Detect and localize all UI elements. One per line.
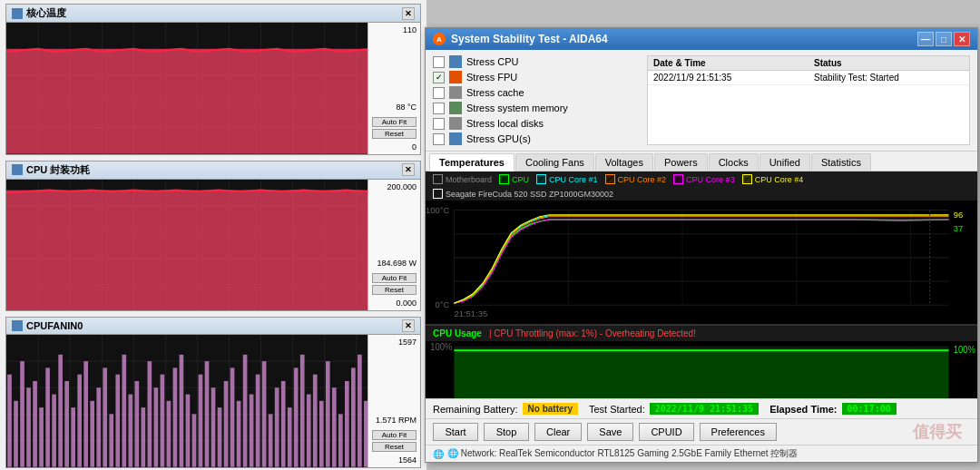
svg-rect-73 (109, 415, 113, 467)
svg-text:100%: 100% (954, 344, 975, 355)
stress-fpu-checkbox[interactable]: ✓ (433, 72, 445, 83)
stress-gpu-label: Stress GPU(s) (466, 133, 531, 144)
cpu-fan-close[interactable]: ✕ (402, 319, 415, 332)
cpu-power-reset[interactable]: Reset (372, 285, 416, 295)
legend-ssd-cb[interactable]: □ (433, 189, 443, 199)
core-temp-autofit[interactable]: Auto Fit (372, 117, 416, 127)
legend-core2-cb[interactable]: ✓ (605, 174, 615, 184)
svg-rect-60 (26, 388, 31, 467)
battery-label: Remaining Battery: (433, 404, 518, 415)
legend-core2-label: CPU Core #2 (618, 175, 667, 184)
usage-label: CPU Usage (433, 328, 482, 338)
tab-voltages[interactable]: Voltages (595, 153, 653, 171)
start-button[interactable]: Start (433, 423, 478, 441)
cpu-power-autofit[interactable]: Auto Fit (372, 273, 416, 283)
preferences-button[interactable]: Preferences (700, 423, 777, 441)
svg-rect-59 (20, 361, 24, 467)
svg-rect-111 (351, 368, 356, 467)
stress-log-row: 2022/11/9 21:51:35 Stability Test: Start… (648, 71, 969, 85)
cpu-fan-chart (6, 335, 420, 467)
aida-minimize-btn[interactable]: — (917, 32, 934, 46)
cpu-power-close[interactable]: ✕ (402, 163, 415, 176)
cpu-fan-autofit[interactable]: Auto Fit (372, 430, 416, 440)
svg-rect-100 (281, 381, 286, 467)
svg-rect-80 (154, 388, 159, 467)
stress-disk-checkbox[interactable] (433, 118, 445, 130)
svg-rect-93 (237, 401, 241, 467)
test-started-label: Test Started: (589, 404, 645, 415)
core-temp-reset[interactable]: Reset (372, 129, 416, 139)
aida-close-btn[interactable]: ✕ (954, 32, 970, 46)
stress-mem-label: Stress system memory (466, 103, 568, 113)
tab-temperatures[interactable]: Temperatures (429, 153, 514, 171)
tab-unified[interactable]: Unified (760, 153, 810, 171)
network-icon: 🌐 (433, 449, 444, 459)
tab-clocks[interactable]: Clocks (709, 153, 759, 171)
core-temp-close[interactable]: ✕ (402, 7, 415, 20)
core-temp-chart (6, 23, 420, 154)
svg-rect-68 (77, 375, 82, 467)
cpu-fan-window: CPUFANIN0 ✕ (5, 317, 421, 468)
aida-title: System Stability Test - AIDA64 (451, 33, 608, 45)
svg-rect-87 (199, 375, 203, 467)
stress-cache-icon (449, 86, 462, 99)
cpu-fan-value-mid: 1.571 RPM (372, 416, 416, 425)
test-started-item: Test Started: 2022/11/9 21:51:35 (589, 403, 759, 415)
stress-cpu-checkbox[interactable] (433, 56, 445, 68)
cpu-power-value-bottom: 0.000 (372, 299, 416, 308)
svg-rect-77 (134, 381, 139, 467)
stress-cache-label: Stress cache (466, 87, 524, 98)
tab-cooling-fans[interactable]: Cooling Fans (515, 153, 594, 171)
save-button[interactable]: Save (587, 423, 633, 441)
core-temp-titlebar: 核心温度 ✕ (6, 5, 420, 23)
legend-cpu: ✓ CPU (499, 174, 529, 184)
svg-rect-58 (14, 401, 18, 467)
svg-rect-61 (33, 381, 37, 467)
stress-cpu-icon (449, 55, 462, 68)
stop-button[interactable]: Stop (484, 423, 529, 441)
stress-cache-checkbox[interactable] (433, 87, 445, 99)
throttle-label: | CPU Throttling (max: 1%) - Overheating… (489, 328, 696, 338)
legend-motherboard-cb[interactable] (433, 174, 443, 184)
aida-app-icon: A (433, 33, 446, 45)
cpu-fan-value-bottom: 1564 (372, 455, 416, 465)
tabs-bar: Temperatures Cooling Fans Voltages Power… (426, 152, 977, 171)
tab-powers[interactable]: Powers (654, 153, 708, 171)
svg-rect-103 (300, 355, 305, 467)
legend-cpu-cb[interactable]: ✓ (499, 174, 509, 184)
stress-log-header: Date & Time Status (648, 56, 969, 71)
svg-rect-74 (115, 375, 120, 467)
clear-button[interactable]: Clear (534, 423, 582, 441)
svg-rect-17 (6, 49, 420, 154)
cpu-fan-reset[interactable]: Reset (372, 442, 416, 452)
cpuid-button[interactable]: CPUID (639, 423, 693, 441)
stress-gpu-checkbox[interactable] (433, 133, 445, 145)
svg-rect-82 (167, 401, 172, 467)
legend-core1-cb[interactable]: ✓ (536, 174, 546, 184)
svg-rect-96 (256, 375, 260, 467)
elapsed-item: Elapsed Time: 00:17:00 (769, 403, 897, 415)
cpu-power-chart (6, 180, 420, 311)
svg-rect-84 (180, 355, 184, 467)
stress-disk-label: Stress local disks (466, 118, 544, 129)
cpu-fan-value-top: 1597 (372, 338, 416, 347)
stress-cpu-label: Stress CPU (466, 56, 518, 67)
stress-disk-item: Stress local disks (433, 117, 647, 130)
svg-rect-102 (294, 368, 299, 467)
svg-rect-92 (230, 368, 235, 467)
tab-statistics[interactable]: Statistics (811, 153, 871, 171)
svg-rect-104 (307, 395, 311, 467)
svg-rect-75 (122, 355, 126, 467)
aida-window: A System Stability Test - AIDA64 — □ ✕ S… (425, 27, 978, 463)
stress-fpu-label: Stress FPU (466, 72, 517, 83)
svg-rect-101 (288, 407, 292, 467)
test-started-value: 2022/11/9 21:51:35 (650, 403, 759, 415)
svg-rect-108 (332, 388, 337, 467)
legend-core4-cb[interactable]: ✓ (742, 174, 752, 184)
legend-core3-cb[interactable]: ✓ (673, 174, 683, 184)
legend-ssd: □ Seagate FireCuda 520 SSD ZP1000GM30002 (433, 189, 613, 199)
svg-rect-57 (7, 375, 12, 467)
cpu-usage-graph: CPU Usage | CPU Throttling (max: 1%) - O… (426, 324, 977, 398)
aida-maximize-btn[interactable]: □ (936, 32, 952, 46)
stress-mem-checkbox[interactable] (433, 103, 445, 114)
